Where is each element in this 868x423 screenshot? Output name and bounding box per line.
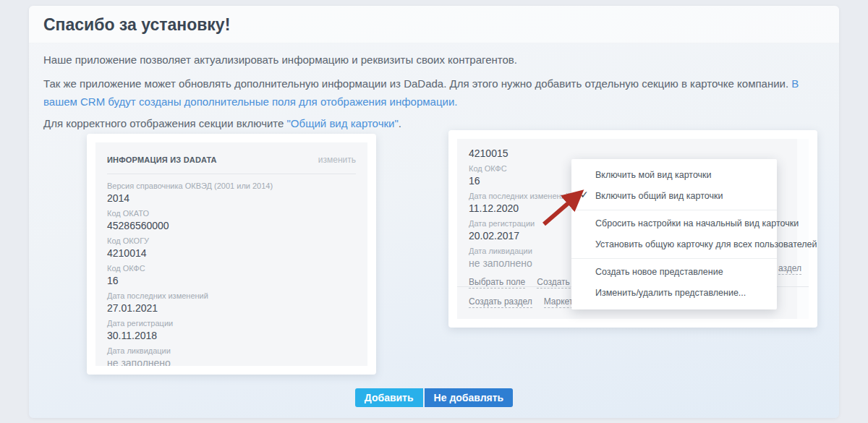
instruction-period: .: [399, 117, 401, 129]
section-divider: [107, 174, 356, 174]
skip-button[interactable]: Не добавлять: [425, 388, 514, 407]
main-card: Спасибо за установку! Наше приложение по…: [29, 6, 839, 418]
field-value: 16: [107, 275, 356, 287]
field-label: Код ОКОГУ: [107, 236, 356, 246]
menu-divider: [571, 210, 777, 210]
field-okved-version: Версия справочника ОКВЭД (2001 или 2014)…: [107, 181, 356, 205]
menu-item-edit-delete-view[interactable]: Изменить/удалить представление...: [571, 283, 777, 304]
description-text: Так же приложение может обновлять дополн…: [43, 77, 791, 90]
field-label: Дата регистрации: [107, 319, 356, 328]
card-view-dropdown-menu: Включить мой вид карточки ✓Включить общи…: [571, 159, 777, 309]
panel-scroll-strip: [797, 139, 809, 319]
menu-item-set-common-for-all[interactable]: Установить общую карточку для всех польз…: [571, 234, 777, 255]
dialog-actions: Добавить Не добавлять: [29, 388, 839, 407]
field-label: Дата последних изменений: [107, 291, 356, 301]
instruction-text: Для корректного отображения секции включ…: [43, 117, 287, 129]
page-title: Спасибо за установку!: [43, 15, 230, 35]
field-value: 4210014: [107, 247, 356, 260]
field-label: Дата ликвидации: [107, 346, 356, 356]
market-link[interactable]: Маркет: [544, 296, 574, 308]
field-value: 4210015: [469, 148, 797, 160]
menu-item-reset-settings[interactable]: Сбросить настройки на начальный вид карт…: [571, 213, 777, 234]
menu-item-label: Включить общий вид карточки: [595, 191, 723, 201]
field-okfs: Код ОКФС 16: [107, 264, 356, 287]
field-okpo-value: 4210015: [469, 148, 797, 160]
red-arrow-annotation: [537, 182, 593, 234]
dadata-section-title: ИНФОРМАЦИЯ ИЗ DADATA: [107, 155, 217, 164]
field-value: не заполнено: [107, 357, 356, 366]
intro-paragraph: Наше приложение позволяет актуализироват…: [43, 51, 826, 69]
field-value: 30.11.2018: [107, 330, 356, 342]
delete-section-link-partial[interactable]: аздел: [778, 263, 801, 275]
field-label: Код ОКФС: [107, 264, 356, 273]
menu-item-enable-common-view[interactable]: ✓Включить общий вид карточки: [571, 186, 777, 207]
create-section-link[interactable]: Создать раздел: [469, 296, 532, 308]
add-button[interactable]: Добавить: [355, 388, 423, 407]
dadata-info-panel: ИНФОРМАЦИЯ ИЗ DADATA изменить Версия спр…: [87, 134, 376, 375]
field-label: Код ОКАТО: [107, 209, 356, 218]
menu-item-create-view[interactable]: Создать новое представление: [571, 262, 777, 283]
field-value: 27.01.2021: [107, 302, 356, 315]
field-okogu: Код ОКОГУ 4210014: [107, 236, 356, 260]
field-value: 2014: [107, 192, 356, 205]
field-last-changed: Дата последних изменений 27.01.2021: [107, 291, 356, 315]
description-paragraph: Так же приложение может обновлять дополн…: [43, 74, 826, 111]
field-value: 45286560000: [107, 220, 356, 232]
field-reg-date: Дата регистрации 30.11.2018: [107, 319, 356, 342]
common-card-view-link[interactable]: "Общий вид карточки": [287, 117, 399, 129]
field-liquidation-date: Дата ликвидации не заполнено: [107, 346, 356, 366]
menu-item-enable-my-view[interactable]: Включить мой вид карточки: [571, 165, 777, 186]
edit-link[interactable]: изменить: [318, 155, 356, 165]
field-label: Версия справочника ОКВЭД (2001 или 2014): [107, 181, 356, 191]
dadata-info-panel-inner: ИНФОРМАЦИЯ ИЗ DADATA изменить Версия спр…: [95, 142, 367, 366]
menu-divider: [571, 258, 777, 259]
field-okato: Код ОКАТО 45286560000: [107, 209, 356, 232]
